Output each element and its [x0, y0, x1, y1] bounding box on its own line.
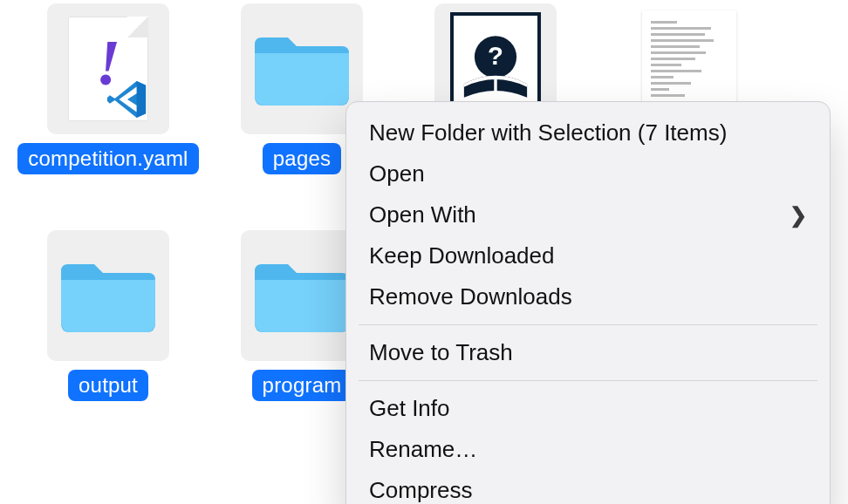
menu-item-rename[interactable]: Rename…	[346, 429, 830, 470]
menu-separator	[359, 324, 817, 325]
folder-icon	[241, 230, 363, 361]
folder-item-output[interactable]: output	[12, 230, 204, 457]
menu-item-keep-downloaded[interactable]: Keep Downloaded	[346, 235, 830, 276]
menu-item-label: Rename…	[369, 436, 477, 463]
menu-item-remove-downloads[interactable]: Remove Downloads	[346, 276, 830, 317]
context-menu: New Folder with Selection (7 Items) Open…	[345, 101, 831, 504]
menu-item-open-with[interactable]: Open With ❯	[346, 194, 830, 235]
folder-label: pages	[263, 143, 341, 174]
svg-text:?: ?	[488, 42, 503, 70]
menu-item-label: Open With	[369, 201, 476, 228]
file-item-competition-yaml[interactable]: ! competition.yaml	[12, 3, 204, 230]
menu-item-label: Open	[369, 160, 425, 187]
menu-item-open[interactable]: Open	[346, 153, 830, 194]
chevron-right-icon: ❯	[790, 203, 807, 228]
menu-item-move-to-trash[interactable]: Move to Trash	[346, 332, 830, 373]
menu-item-label: Compress	[369, 477, 472, 504]
menu-separator	[359, 380, 817, 381]
svg-rect-2	[494, 78, 496, 96]
vscode-badge-icon	[106, 78, 148, 120]
menu-item-get-info[interactable]: Get Info	[346, 388, 830, 429]
menu-item-label: Keep Downloaded	[369, 242, 555, 269]
menu-item-compress[interactable]: Compress	[346, 470, 830, 504]
menu-item-label: New Folder with Selection (7 Items)	[369, 119, 727, 146]
folder-label: output	[68, 370, 148, 401]
folder-label: program	[252, 370, 352, 401]
menu-item-new-folder-with-selection[interactable]: New Folder with Selection (7 Items)	[346, 112, 830, 153]
file-label: competition.yaml	[17, 143, 198, 174]
menu-item-label: Remove Downloads	[369, 283, 572, 310]
yaml-file-icon: !	[47, 3, 169, 134]
menu-item-label: Move to Trash	[369, 339, 513, 366]
folder-icon	[47, 230, 169, 361]
menu-item-label: Get Info	[369, 395, 450, 422]
folder-icon	[241, 3, 363, 134]
